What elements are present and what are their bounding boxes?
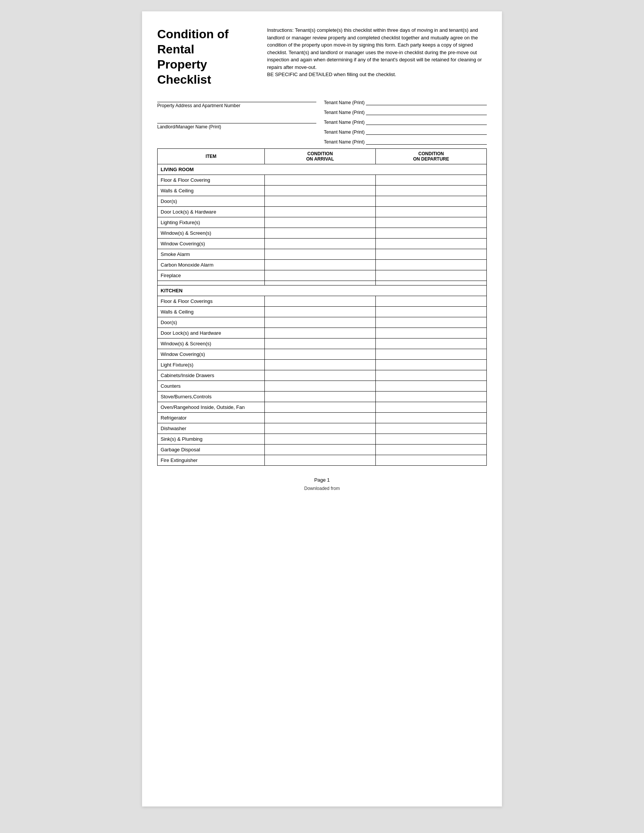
table-row: Walls & Ceiling: [158, 307, 487, 317]
row-departure-cell[interactable]: [375, 196, 486, 207]
tenant-label-3: Tenant Name (Print): [324, 120, 364, 125]
title-block: Condition of Rental Property Checklist: [157, 26, 256, 87]
row-departure-cell[interactable]: [375, 270, 486, 281]
row-item-label: Dishwasher: [158, 423, 265, 434]
header-item: ITEM: [158, 149, 265, 164]
row-arrival-cell[interactable]: [264, 444, 375, 455]
row-arrival-cell[interactable]: [264, 185, 375, 196]
row-item-label: Door Lock(s) and Hardware: [158, 328, 265, 338]
row-departure-cell[interactable]: [375, 296, 486, 307]
row-arrival-cell[interactable]: [264, 434, 375, 444]
table-row: Dishwasher: [158, 423, 487, 434]
row-item-label: Window(s) & Screen(s): [158, 338, 265, 349]
row-departure-cell[interactable]: [375, 185, 486, 196]
tenant-input-5[interactable]: [366, 138, 487, 145]
row-departure-cell[interactable]: [375, 434, 486, 444]
tenant-input-1[interactable]: [366, 98, 487, 105]
row-item-label: Lighting Fixture(s): [158, 217, 265, 228]
tenant-input-2[interactable]: [366, 108, 487, 115]
row-arrival-cell[interactable]: [264, 338, 375, 349]
row-departure-cell[interactable]: [375, 423, 486, 434]
row-item-label: Fire Extinguisher: [158, 455, 265, 466]
row-departure-cell[interactable]: [375, 249, 486, 260]
table-row: Door Lock(s) and Hardware: [158, 328, 487, 338]
row-departure-cell[interactable]: [375, 370, 486, 381]
row-departure-cell[interactable]: [375, 338, 486, 349]
row-departure-cell[interactable]: [375, 228, 486, 238]
row-arrival-cell[interactable]: [264, 270, 375, 281]
table-row: Garbage Disposal: [158, 444, 487, 455]
checklist-table: ITEM CONDITION ON ARRIVAL CONDITION ON D…: [157, 148, 487, 466]
table-row: Window Covering(s): [158, 238, 487, 249]
row-departure-cell[interactable]: [375, 260, 486, 270]
header-arrival: CONDITION ON ARRIVAL: [264, 149, 375, 164]
row-departure-cell[interactable]: [375, 413, 486, 423]
section-title-0: LIVING ROOM: [158, 164, 487, 175]
table-row: Window(s) & Screen(s): [158, 338, 487, 349]
row-departure-cell[interactable]: [375, 238, 486, 249]
row-arrival-cell[interactable]: [264, 328, 375, 338]
row-departure-cell[interactable]: [375, 402, 486, 413]
row-arrival-cell[interactable]: [264, 228, 375, 238]
row-arrival-cell[interactable]: [264, 260, 375, 270]
address-line[interactable]: [157, 95, 316, 102]
row-arrival-cell[interactable]: [264, 249, 375, 260]
row-arrival-cell[interactable]: [264, 317, 375, 328]
row-arrival-cell[interactable]: [264, 207, 375, 217]
row-arrival-cell[interactable]: [264, 307, 375, 317]
row-departure-cell[interactable]: [375, 307, 486, 317]
row-departure-cell[interactable]: [375, 381, 486, 391]
row-item-label: Fireplace: [158, 270, 265, 281]
page-title: Condition of Rental Property Checklist: [157, 26, 256, 87]
row-departure-cell[interactable]: [375, 349, 486, 360]
tenant-label-2: Tenant Name (Print): [324, 110, 364, 115]
table-row: Sink(s) & Plumbing: [158, 434, 487, 444]
instructions-text: Instructions: Tenant(s) complete(s) this…: [267, 26, 487, 78]
row-departure-cell[interactable]: [375, 217, 486, 228]
row-arrival-cell[interactable]: [264, 423, 375, 434]
row-arrival-cell[interactable]: [264, 217, 375, 228]
header-section: Condition of Rental Property Checklist I…: [157, 26, 487, 87]
row-arrival-cell[interactable]: [264, 402, 375, 413]
table-row: Floor & Floor Coverings: [158, 296, 487, 307]
row-item-label: Smoke Alarm: [158, 249, 265, 260]
row-departure-cell[interactable]: [375, 317, 486, 328]
row-arrival-cell[interactable]: [264, 370, 375, 381]
row-item-label: Oven/Rangehood Inside, Outside, Fan: [158, 402, 265, 413]
row-arrival-cell[interactable]: [264, 391, 375, 402]
tenant-label-5: Tenant Name (Print): [324, 139, 364, 145]
row-arrival-cell[interactable]: [264, 238, 375, 249]
form-fields-section: Property Address and Apartment Number La…: [157, 95, 487, 145]
landlord-field-row: Landlord/Manager Name (Print): [157, 116, 316, 130]
row-departure-cell[interactable]: [375, 207, 486, 217]
row-arrival-cell[interactable]: [264, 296, 375, 307]
row-item-label: Floor & Floor Coverings: [158, 296, 265, 307]
table-row: Door(s): [158, 317, 487, 328]
row-arrival-cell[interactable]: [264, 455, 375, 466]
landlord-line[interactable]: [157, 116, 316, 124]
row-arrival-cell[interactable]: [264, 175, 375, 185]
row-arrival-cell[interactable]: [264, 381, 375, 391]
row-arrival-cell[interactable]: [264, 349, 375, 360]
tenant-field-2: Tenant Name (Print): [324, 108, 487, 115]
row-arrival-cell[interactable]: [264, 196, 375, 207]
row-departure-cell[interactable]: [375, 360, 486, 370]
table-row: Refrigerator: [158, 413, 487, 423]
row-arrival-cell[interactable]: [264, 413, 375, 423]
row-item-label: Window Covering(s): [158, 238, 265, 249]
tenant-input-3[interactable]: [366, 118, 487, 125]
table-row: Lighting Fixture(s): [158, 217, 487, 228]
page: Condition of Rental Property Checklist I…: [142, 11, 502, 807]
table-row: Walls & Ceiling: [158, 185, 487, 196]
row-departure-cell[interactable]: [375, 455, 486, 466]
row-departure-cell[interactable]: [375, 444, 486, 455]
tenant-fields: Tenant Name (Print) Tenant Name (Print) …: [324, 98, 487, 145]
row-departure-cell[interactable]: [375, 391, 486, 402]
spacer-row: [158, 281, 487, 286]
table-row: Cabinets/Inside Drawers: [158, 370, 487, 381]
table-row: Light Fixture(s): [158, 360, 487, 370]
row-arrival-cell[interactable]: [264, 360, 375, 370]
row-departure-cell[interactable]: [375, 175, 486, 185]
tenant-input-4[interactable]: [366, 128, 487, 135]
row-departure-cell[interactable]: [375, 328, 486, 338]
